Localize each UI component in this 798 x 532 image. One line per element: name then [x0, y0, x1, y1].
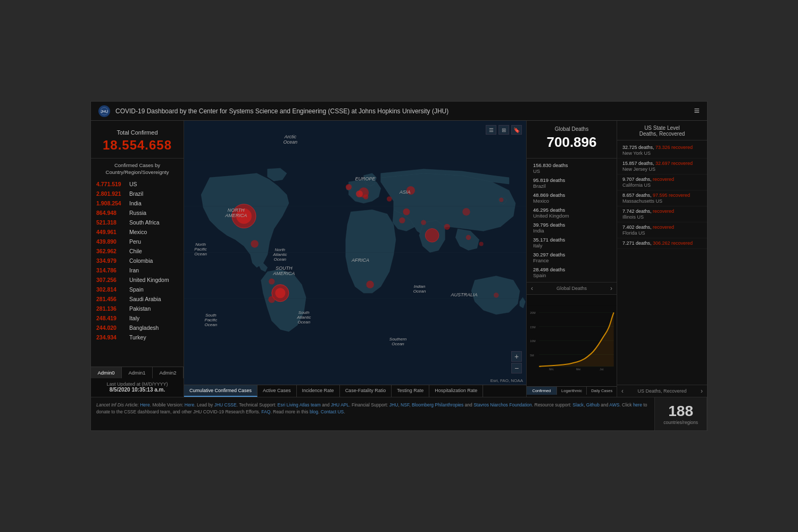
link-here1[interactable]: Here: [140, 402, 149, 408]
deaths-item[interactable]: 39.795 deathsIndia: [527, 220, 617, 235]
list-item[interactable]: 314.786Iran: [91, 265, 184, 275]
zoom-out-btn[interactable]: −: [511, 363, 522, 373]
deaths-item-country: Spain: [533, 272, 610, 278]
confirmed-list[interactable]: 4.771.519US2.801.921Brazil1.908.254India…: [91, 178, 184, 367]
map-tab-active[interactable]: Active Cases: [257, 385, 297, 397]
list-item[interactable]: 234.934Turkey: [91, 332, 184, 342]
list-item[interactable]: 307.256United Kingdom: [91, 275, 184, 285]
link-donate[interactable]: here: [633, 402, 642, 408]
countries-number: 188: [668, 403, 693, 420]
us-item[interactable]: 7.402 deaths, recoveredFlorida US: [617, 222, 707, 238]
map-tab-cumulative[interactable]: Cumulative Confirmed Cases: [184, 385, 257, 397]
chart-tab-confirmed[interactable]: Confirmed: [527, 387, 557, 395]
list-item-number: 2.801.921: [96, 190, 127, 197]
deaths-item[interactable]: 95.819 deathsBrazil: [527, 176, 617, 190]
us-prev-arrow[interactable]: ‹: [621, 387, 624, 395]
link-faq[interactable]: FAQ: [261, 409, 270, 414]
link-esri[interactable]: Esri Living Atlas team: [278, 402, 321, 408]
list-item[interactable]: 2.801.921Brazil: [91, 189, 184, 198]
list-item[interactable]: 449.961Mexico: [91, 227, 184, 237]
us-list[interactable]: 32.725 deaths, 73.326 recoveredNew York …: [617, 140, 707, 385]
deaths-item[interactable]: 46.295 deathsUnited Kingdom: [527, 205, 617, 220]
map-area[interactable]: ☰ ⊞ 🔖: [184, 121, 526, 397]
admin-tab-1[interactable]: Admin1: [122, 367, 153, 378]
list-item[interactable]: 1.908.254India: [91, 198, 184, 208]
list-item[interactable]: 864.948Russia: [91, 208, 184, 218]
deaths-item[interactable]: 30.297 deathsFrance: [527, 250, 617, 265]
list-item[interactable]: 521.318South Africa: [91, 218, 184, 227]
deaths-list[interactable]: 156.830 deathsUS95.819 deathsBrazil48.86…: [527, 159, 617, 282]
us-item[interactable]: 7.271 deaths, 306.262 recovered: [617, 238, 707, 249]
admin-tab-2[interactable]: Admin2: [153, 367, 184, 378]
us-item[interactable]: 15.857 deaths, 32.697 recoveredNew Jerse…: [617, 159, 707, 174]
right-panel: US State LevelDeaths, Recovered 32.725 d…: [617, 121, 707, 397]
menu-icon[interactable]: ≡: [694, 105, 700, 117]
total-confirmed-label: Total Confirmed: [96, 129, 178, 136]
link-nsf[interactable]: NSF: [401, 402, 409, 408]
link-contact[interactable]: Contact US: [321, 409, 344, 414]
list-item[interactable]: 248.419Italy: [91, 313, 184, 323]
list-item[interactable]: 302.814Spain: [91, 285, 184, 294]
link-blog[interactable]: blog: [310, 409, 318, 414]
list-item-country: Saudi Arabia: [129, 296, 161, 302]
us-item[interactable]: 32.725 deaths, 73.326 recoveredNew York …: [617, 143, 707, 159]
us-item[interactable]: 9.707 deaths, recoveredCalifornia US: [617, 174, 707, 190]
us-item-deaths: 9.707 deaths, recovered: [622, 177, 702, 182]
map-list-btn[interactable]: ☰: [486, 125, 496, 135]
link-aws[interactable]: AWS: [609, 402, 619, 408]
svg-text:10M: 10M: [530, 339, 535, 343]
deaths-item[interactable]: 156.830 deathsUS: [527, 161, 617, 176]
us-item-state: New Jersey US: [622, 167, 702, 172]
deaths-item-country: India: [533, 228, 610, 234]
us-item-deaths: 7.402 deaths, recovered: [622, 225, 702, 230]
deaths-item[interactable]: 48.869 deathsMexico: [527, 190, 617, 205]
map-tab-hospitalization[interactable]: Hospitalization Rate: [429, 385, 483, 397]
zoom-in-btn[interactable]: +: [511, 351, 522, 362]
list-item[interactable]: 334.979Colombia: [91, 256, 184, 265]
link-github[interactable]: Github: [586, 402, 600, 408]
map-bookmark-btn[interactable]: 🔖: [511, 125, 522, 135]
list-item-country: India: [129, 200, 142, 206]
us-item-deaths: 7.271 deaths, 306.262 recovered: [622, 240, 702, 246]
map-tab-cfr[interactable]: Case-Fatality Ratio: [340, 385, 392, 397]
map-tab-incidence[interactable]: Incidence Rate: [297, 385, 340, 397]
link-jhu-apl[interactable]: JHU APL: [331, 402, 350, 408]
deaths-item[interactable]: 35.171 deathsItaly: [527, 235, 617, 250]
us-item[interactable]: 7.742 deaths, recoveredIllinois US: [617, 206, 707, 222]
svg-point-23: [479, 242, 484, 246]
deaths-item-country: United Kingdom: [533, 213, 610, 219]
chart-tab-daily[interactable]: Daily Cases: [587, 387, 617, 395]
list-item[interactable]: 281.136Pakistan: [91, 304, 184, 313]
link-bloomberg[interactable]: Bloomberg Philanthropies: [412, 402, 463, 408]
link-slack[interactable]: Slack: [572, 402, 584, 408]
link-here2[interactable]: Here: [185, 402, 194, 408]
global-chart-area: 20M 15M 10M 5M Mrt. Mei Jul.: [527, 295, 617, 397]
list-item[interactable]: 4.771.519US: [91, 179, 184, 189]
admin-tab-0[interactable]: Admin0: [91, 367, 122, 378]
svg-point-7: [236, 209, 252, 224]
deaths-prev-arrow[interactable]: ‹: [531, 285, 533, 292]
deaths-item[interactable]: 28.498 deathsSpain: [527, 265, 617, 280]
chart-tab-logarithmic[interactable]: Logarithmic: [557, 387, 587, 395]
link-jhu-csse[interactable]: JHU CSSE: [214, 402, 237, 408]
list-item-country: Turkey: [129, 334, 146, 340]
list-item[interactable]: 439.890Peru: [91, 237, 184, 246]
us-item[interactable]: 8.657 deaths, 97.595 recoveredMassachuse…: [617, 190, 707, 206]
deaths-nav-label: Global Deaths: [556, 286, 587, 291]
us-item-deaths: 7.742 deaths, recovered: [622, 209, 702, 214]
link-stavros[interactable]: Stavros Niarchos Foundation: [473, 402, 532, 408]
list-item[interactable]: 244.020Bangladesh: [91, 323, 184, 332]
map-grid-btn[interactable]: ⊞: [498, 125, 509, 135]
link-jhu[interactable]: JHU: [389, 402, 398, 408]
list-item[interactable]: 362.962Chile: [91, 246, 184, 256]
svg-point-20: [399, 218, 405, 223]
deaths-next-arrow[interactable]: ›: [610, 285, 612, 292]
list-item[interactable]: 281.456Saudi Arabia: [91, 294, 184, 304]
svg-point-12: [406, 186, 415, 195]
us-next-arrow[interactable]: ›: [701, 387, 703, 395]
bottom-section: Lancet Inf Dis Article: Here. Mobile Ver…: [91, 397, 707, 430]
dashboard: JHU COVID-19 Dashboard by the Center for…: [90, 101, 708, 431]
countries-label: countries/regions: [663, 420, 698, 425]
map-tab-testing[interactable]: Testing Rate: [392, 385, 429, 397]
list-item-country: Peru: [129, 238, 141, 245]
